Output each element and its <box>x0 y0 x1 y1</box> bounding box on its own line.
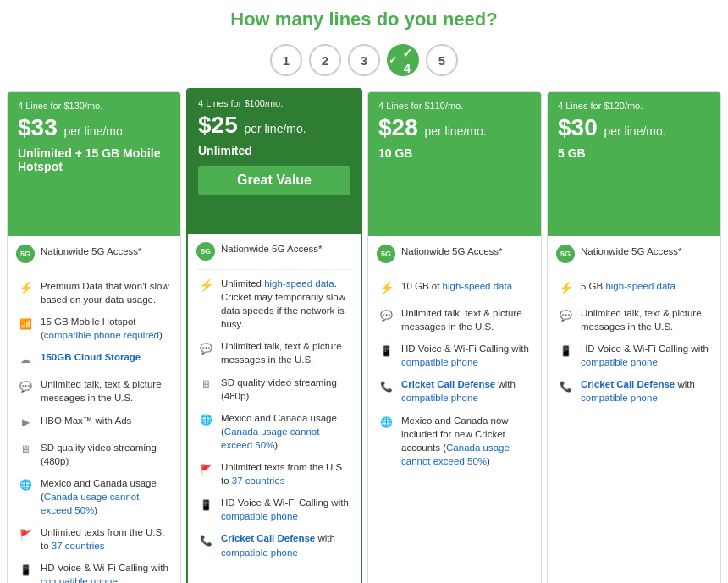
message-icon: 💬 <box>556 306 575 325</box>
compatible-phone-link[interactable]: compatible phone required <box>44 330 159 340</box>
call-defense-icon: 📞 <box>196 531 215 550</box>
data-desc: 5 GB <box>558 146 710 160</box>
lines-price-label: 4 Lines for $100/mo. <box>198 98 350 108</box>
plan-plan-30: 4 Lines for $120/mo.$30 per line/mo.5 GB… <box>547 91 721 583</box>
feature-row: 📶15 GB Mobile Hotspot (compatible phone … <box>16 315 172 342</box>
cricket-call-defense-link[interactable]: Cricket Call Defense <box>401 379 495 389</box>
call-defense-icon: 📞 <box>377 377 395 396</box>
page-title: How many lines do you need? <box>4 8 724 30</box>
feature-text: Unlimited talk, text & picture messages … <box>221 339 352 366</box>
feature-row: 📞Cricket Call Defense with compatible ph… <box>196 531 352 558</box>
lines-price-label: 4 Lines for $120/mo. <box>558 101 710 111</box>
feature-row: 5GNationwide 5G Access* <box>556 245 712 263</box>
feature-text: HD Voice & Wi-Fi Calling with compatible… <box>401 342 532 369</box>
bolt-icon: ⚡ <box>196 277 215 295</box>
line-btn-2[interactable]: 2 <box>309 44 341 76</box>
globe-icon: 🌐 <box>196 411 215 430</box>
compatible-phone-link[interactable]: compatible phone <box>221 547 298 558</box>
feature-text: Cricket Call Defense with compatible pho… <box>401 377 532 404</box>
feature-text: Cricket Call Defense with compatible pho… <box>221 531 352 558</box>
feature-row: 📞Cricket Call Defense with compatible ph… <box>556 377 712 404</box>
canada-usage-link[interactable]: Canada usage cannot exceed 50% <box>401 443 510 466</box>
line-selector: 123✓ 45 <box>4 44 724 76</box>
data-desc: 10 GB <box>378 146 531 160</box>
plan-header-plan-33: 4 Lines for $130/mo.$33 per line/mo.Unli… <box>8 92 180 236</box>
flag-icon: 🚩 <box>16 525 35 544</box>
cricket-call-defense-link[interactable]: Cricket Call Defense <box>581 379 675 389</box>
feature-row: 💬Unlimited talk, text & picture messages… <box>377 306 532 333</box>
feature-row: ⚡Premium Data that won't slow based on y… <box>16 279 172 306</box>
flag-icon: 🚩 <box>196 460 215 479</box>
compatible-phone-link[interactable]: compatible phone <box>581 357 658 367</box>
feature-row: 💬Unlimited talk, text & picture messages… <box>196 339 352 366</box>
message-icon: 💬 <box>16 377 35 396</box>
feature-row: 5GNationwide 5G Access* <box>377 245 532 263</box>
high-speed-data-link[interactable]: high-speed data <box>443 281 512 291</box>
feature-row: 💬Unlimited talk, text & picture messages… <box>556 306 712 333</box>
wifi-call-icon: 📱 <box>196 496 215 514</box>
lines-price-label: 4 Lines for $110/mo. <box>378 101 531 111</box>
canada-usage-link[interactable]: Canada usage cannot exceed 50% <box>221 426 319 450</box>
compatible-phone-link[interactable]: compatible phone <box>581 393 658 403</box>
feature-text: Unlimited talk, text & picture messages … <box>581 306 712 333</box>
data-desc: Unlimited <box>198 144 350 157</box>
line-btn-5[interactable]: 5 <box>426 44 458 76</box>
feature-text: Premium Data that won't slow based on yo… <box>41 279 172 306</box>
data-desc: Unlimited + 15 GB Mobile Hotspot <box>18 146 170 173</box>
compatible-phone-link[interactable]: compatible phone <box>41 576 118 583</box>
compatible-phone-link[interactable]: compatible phone <box>401 357 478 367</box>
feature-text: Nationwide 5G Access* <box>41 245 142 258</box>
high-speed-data-link[interactable]: high-speed data <box>605 281 675 291</box>
page: How many lines do you need? 123✓ 45 4 Li… <box>0 0 728 583</box>
line-btn-1[interactable]: 1 <box>270 44 302 76</box>
line-btn-4[interactable]: ✓ 4 <box>387 44 419 76</box>
feature-text: 15 GB Mobile Hotspot (compatible phone r… <box>41 315 172 342</box>
video-icon: 🖥 <box>16 441 35 459</box>
37-countries-link[interactable]: 37 countries <box>52 541 105 551</box>
feature-text: Nationwide 5G Access* <box>221 242 323 256</box>
great-value-badge: Great Value <box>198 166 350 195</box>
feature-text: Unlimited texts from the U.S. to 37 coun… <box>41 525 172 553</box>
feature-text: Nationwide 5G Access* <box>581 245 682 258</box>
price-detail: per line/mo. <box>245 122 306 135</box>
divider <box>16 272 172 272</box>
feature-row: ☁150GB Cloud Storage <box>16 350 172 369</box>
feature-text: Unlimited talk, text & picture messages … <box>401 306 532 333</box>
price-detail: per line/mo. <box>425 124 487 138</box>
feature-text: 150GB Cloud Storage <box>41 350 141 364</box>
wifi-call-icon: 📱 <box>377 342 395 360</box>
cloud-storage-link[interactable]: 150GB Cloud Storage <box>41 352 141 362</box>
5g-icon: 5G <box>377 245 395 263</box>
canada-usage-link[interactable]: Canada usage cannot exceed 50% <box>41 492 139 515</box>
feature-text: Cricket Call Defense with compatible pho… <box>581 377 712 404</box>
feature-text: HD Voice & Wi-Fi Calling with compatible… <box>41 561 172 583</box>
main-price: $30 per line/mo. <box>558 114 710 141</box>
message-icon: 💬 <box>196 339 215 358</box>
feature-row: ⚡10 GB of high-speed data <box>377 279 532 298</box>
feature-text: Mexico and Canada now included for new C… <box>401 414 532 468</box>
plan-header-plan-25: 4 Lines for $100/mo.$25 per line/mo.Unli… <box>188 90 361 234</box>
feature-row: 🌐Mexico and Canada usage (Canada usage c… <box>16 476 172 517</box>
line-btn-3[interactable]: 3 <box>348 44 380 76</box>
bolt-icon: ⚡ <box>16 279 35 298</box>
cricket-call-defense-link[interactable]: Cricket Call Defense <box>221 533 315 543</box>
feature-row: 🖥SD quality video streaming (480p) <box>196 376 352 403</box>
feature-row: 🖥SD quality video streaming (480p) <box>16 441 172 468</box>
37-countries-link[interactable]: 37 countries <box>232 476 285 486</box>
main-price: $28 per line/mo. <box>378 114 531 141</box>
feature-text: Unlimited talk, text & picture messages … <box>41 377 172 404</box>
plan-body-plan-33: 5GNationwide 5G Access*⚡Premium Data tha… <box>8 236 180 583</box>
compatible-phone-link[interactable]: compatible phone <box>221 511 298 521</box>
feature-text: Unlimited texts from the U.S. to 37 coun… <box>221 460 352 487</box>
compatible-phone-link[interactable]: compatible phone <box>401 393 478 403</box>
plan-plan-25: 4 Lines for $100/mo.$25 per line/mo.Unli… <box>186 88 362 583</box>
feature-text: 10 GB of high-speed data <box>401 279 512 293</box>
feature-text: HD Voice & Wi-Fi Calling with compatible… <box>221 496 352 523</box>
feature-row: ⚡5 GB high-speed data <box>556 279 712 298</box>
feature-row: 🚩Unlimited texts from the U.S. to 37 cou… <box>196 460 352 487</box>
high-speed-data-link[interactable]: high-speed data <box>264 278 334 289</box>
plan-plan-33: 4 Lines for $130/mo.$33 per line/mo.Unli… <box>7 91 181 583</box>
plan-body-plan-25: 5GNationwide 5G Access*⚡Unlimited high-s… <box>188 234 361 576</box>
lines-price-label: 4 Lines for $130/mo. <box>18 101 170 111</box>
cloud-icon: ☁ <box>16 350 35 369</box>
